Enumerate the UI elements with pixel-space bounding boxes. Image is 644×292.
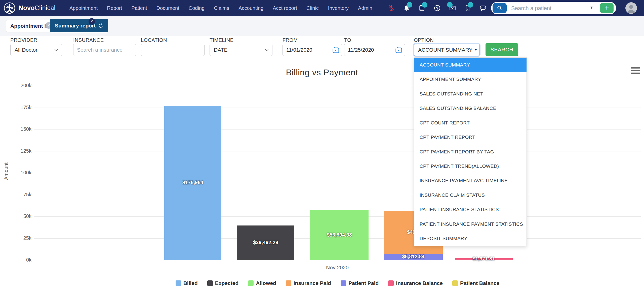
add-patient-button[interactable]: + — [600, 3, 614, 13]
legend-item-allowed[interactable]: Allowed — [248, 280, 276, 286]
y-axis-tick-label: 75k — [5, 192, 31, 198]
report-filters: PROVIDER INSURANCE LOCATION TIMELINE FRO… — [0, 36, 644, 60]
chevron-down-icon — [265, 49, 269, 51]
search-filter-caret-icon[interactable]: ▼ — [590, 5, 593, 10]
legend-swatch — [341, 280, 346, 286]
legend-item-insurance-balance[interactable]: Insurance Balance — [388, 280, 443, 286]
legend-swatch — [207, 280, 213, 286]
nav-item-inventory[interactable]: Inventory — [328, 5, 349, 11]
nav-item-report[interactable]: Report — [107, 5, 122, 11]
location-label: LOCATION — [141, 37, 167, 43]
calendar-icon[interactable] — [395, 46, 403, 54]
y-axis-tick-label: 25k — [5, 235, 31, 241]
user-avatar[interactable] — [625, 2, 637, 14]
y-axis-tick-label: 150k — [5, 126, 31, 132]
legend-label: Patient Paid — [348, 280, 379, 286]
chat-bubble-icon[interactable] — [479, 5, 487, 12]
timeline-label: TIMELINE — [210, 37, 233, 43]
legend-swatch — [452, 280, 458, 286]
navbar-status-icons: $ — [388, 0, 487, 16]
chart-title: Billing vs Payment — [0, 68, 644, 77]
app-window: NovoClinical AppointmentReportPatientDoc… — [0, 0, 644, 292]
dropdown-option[interactable]: SALES OUTSTANDING NET — [414, 87, 527, 101]
chart-menu-icon[interactable] — [631, 67, 640, 75]
legend-item-insurance-paid[interactable]: Insurance Paid — [286, 280, 331, 286]
legend-item-patient-balance[interactable]: Patient Balance — [452, 280, 499, 286]
insurance-search-input[interactable] — [73, 47, 136, 53]
to-date-field[interactable] — [344, 44, 405, 56]
location-input[interactable] — [141, 47, 204, 53]
nav-item-acct-report[interactable]: Acct report — [273, 5, 297, 11]
nav-item-accounting[interactable]: Accounting — [238, 5, 263, 11]
legend-item-billed[interactable]: Billed — [176, 280, 198, 286]
dropdown-option[interactable]: CPT PAYMENT REPORT — [414, 130, 527, 144]
insurance-search-field[interactable] — [73, 44, 136, 56]
y-axis-tick-label: 125k — [5, 148, 31, 154]
search-button[interactable]: SEARCH — [486, 43, 518, 56]
nav-item-admin[interactable]: Admin — [358, 5, 372, 11]
legend-item-patient-paid[interactable]: Patient Paid — [341, 280, 379, 286]
patient-search-input[interactable] — [511, 3, 575, 13]
from-date-input[interactable] — [283, 47, 330, 53]
calendar-icon[interactable] — [332, 46, 340, 54]
nav-item-clinic[interactable]: Clinic — [306, 5, 319, 11]
dropdown-option[interactable]: SALES OUTSTANDING BALANCE — [414, 101, 527, 115]
axis-edge-tick — [641, 260, 641, 263]
messages-mail-icon[interactable] — [449, 5, 456, 12]
nav-item-coding[interactable]: Coding — [189, 5, 205, 11]
nav-item-patient[interactable]: Patient — [131, 5, 147, 11]
x-axis-category: Nov 2020 — [312, 265, 363, 271]
location-field[interactable] — [141, 44, 205, 56]
bar-data-label: $176,964 — [164, 180, 221, 185]
from-date-field[interactable] — [283, 44, 342, 56]
y-axis-tick-label: 100k — [5, 170, 31, 176]
timeline-select[interactable]: DATE — [210, 44, 272, 56]
dropdown-option[interactable]: INSURANCE CLAIM STATUS — [414, 188, 527, 202]
microphone-muted-icon[interactable] — [388, 5, 395, 12]
dropdown-option[interactable]: INSURANCE PAYMENT AVG TIMELINE — [414, 174, 527, 188]
legend-label: Insurance Paid — [294, 280, 331, 286]
billing-dollar-icon[interactable]: $ — [434, 5, 441, 12]
novoclinical-logo-icon[interactable] — [4, 2, 16, 14]
option-label: OPTION — [414, 37, 434, 43]
legend-label: Billed — [183, 280, 198, 286]
notifications-bell-icon[interactable] — [403, 5, 410, 12]
tasks-badge — [422, 2, 427, 8]
dropdown-option[interactable]: PATIENT INSURANCE PAYMENT STATISTICS — [414, 217, 527, 231]
chart-legend: BilledExpectedAllowedInsurance PaidPatie… — [34, 280, 641, 286]
legend-label: Expected — [215, 280, 238, 286]
refresh-icon[interactable] — [98, 23, 103, 28]
dropdown-option[interactable]: APPOINTMENT SUMMARY — [414, 72, 527, 86]
billing-vs-payment-chart: Billing vs Payment Amount 200k175k150k12… — [0, 60, 644, 292]
nav-item-appointment[interactable]: Appointment — [69, 5, 98, 11]
mobile-phone-icon[interactable] — [464, 5, 471, 12]
tasks-list-icon[interactable] — [418, 5, 425, 12]
legend-item-expected[interactable]: Expected — [207, 280, 238, 286]
brand-name[interactable]: NovoClinical — [19, 4, 56, 12]
legend-label: Insurance Balance — [396, 280, 443, 286]
dropdown-option[interactable]: CPT COUNT REPORT — [414, 116, 527, 130]
gridline — [34, 108, 641, 108]
gridline — [34, 151, 641, 151]
select-caret-icon: ▼ — [474, 48, 477, 52]
bar-data-label: $56,894.38 — [310, 232, 369, 238]
gridline — [34, 86, 641, 86]
dropdown-option[interactable]: PATIENT INSURANCE STATISTICS — [414, 203, 527, 217]
to-date-input[interactable] — [344, 47, 393, 53]
dropdown-option[interactable]: DEPOSIT SUMMARY — [414, 232, 527, 246]
close-tab-icon[interactable]: × — [89, 18, 95, 25]
patient-search-bar: ▼ + — [491, 2, 616, 14]
tab-summary-report[interactable]: Summary report — [50, 19, 108, 32]
dropdown-option[interactable]: CPT PAYMENT TREND(ALLOWED) — [414, 159, 527, 173]
legend-swatch — [176, 280, 181, 286]
gridline — [34, 129, 641, 129]
gridline — [34, 173, 641, 173]
provider-select[interactable]: All Doctor — [10, 44, 62, 56]
chevron-down-icon — [54, 49, 58, 51]
search-icon[interactable] — [493, 3, 507, 13]
dropdown-option[interactable]: ACCOUNT SUMMARY — [414, 58, 527, 72]
nav-item-claims[interactable]: Claims — [214, 5, 229, 11]
dropdown-option[interactable]: CPT PAYMENT REPORT BY TAG — [414, 145, 527, 159]
nav-item-document[interactable]: Document — [156, 5, 179, 11]
option-select[interactable]: ACCOUNT SUMMARY ▼ — [414, 44, 480, 56]
